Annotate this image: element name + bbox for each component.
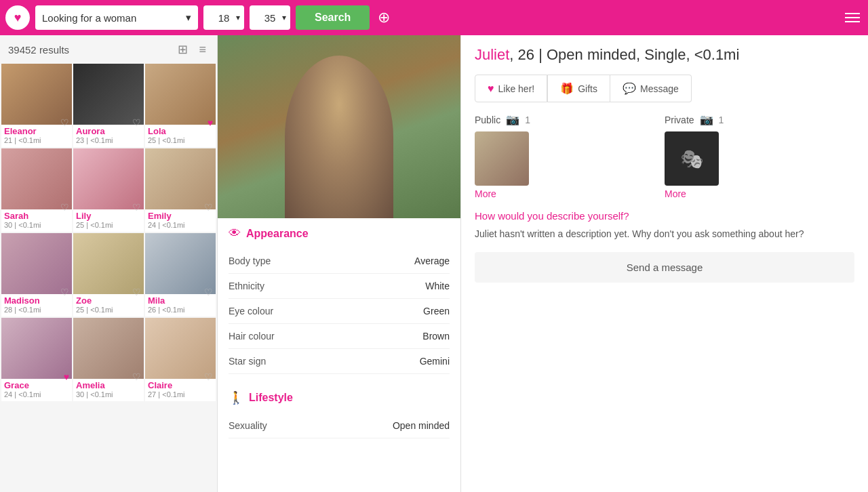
profile-photo-grace [1, 318, 72, 379]
lifestyle-icon: 🚶 [229, 390, 243, 405]
gifts-button[interactable]: 🎁 Gifts [547, 75, 610, 102]
like-icon-filled[interactable]: ♥ [64, 371, 69, 382]
results-bar: 39452 results ⊞ ≡ [0, 35, 217, 64]
list-view-icon[interactable]: ≡ [196, 41, 209, 58]
profile-name: Eleanor [4, 126, 69, 136]
profile-photo-mila [145, 233, 216, 294]
profile-card[interactable]: Eleanor 21 | <0.1mi ♡ [1, 64, 72, 147]
profile-details: 23 | <0.1mi [76, 136, 141, 144]
profile-details: 24 | <0.1mi [148, 221, 213, 229]
profile-full-name: Juliet [475, 46, 509, 63]
action-buttons: ♥ Like her! 🎁 Gifts 💬 Message [475, 75, 854, 102]
profile-name: Emily [148, 211, 213, 221]
like-icon-filled[interactable]: ♥ [208, 117, 213, 128]
private-photo-count: 1 [719, 115, 724, 125]
like-icon[interactable]: ♡ [60, 202, 69, 213]
profile-card[interactable]: Sarah 30 | <0.1mi ♡ [1, 148, 72, 232]
like-icon[interactable]: ♡ [132, 117, 141, 128]
like-icon[interactable]: ♡ [204, 371, 213, 382]
profile-card[interactable]: Amelia 30 | <0.1mi ♡ [73, 318, 144, 401]
zoom-icon[interactable]: ⊕ [378, 9, 390, 26]
profile-main-photo [218, 35, 460, 218]
profile-photo-emily [145, 148, 216, 209]
profile-card[interactable]: Aurora 23 | <0.1mi ♡ [73, 64, 144, 147]
profile-detail-panel: 👁 Appearance Body type Average Ethnicity… [217, 35, 461, 492]
hair-colour-value: Brown [422, 331, 450, 342]
gift-icon: 🎁 [560, 82, 574, 95]
profile-photo-amelia [73, 318, 144, 379]
gifts-btn-label: Gifts [578, 83, 597, 94]
profile-card[interactable]: Lily 25 | <0.1mi ♡ [73, 148, 144, 232]
profile-info: Grace 24 | <0.1mi [1, 379, 72, 401]
profile-name: Grace [4, 380, 69, 390]
profile-details: 28 | <0.1mi [4, 306, 69, 314]
appearance-icon: 👁 [229, 226, 241, 241]
photos-section: Public 📷 1 More Private 📷 1 🎭 [475, 113, 854, 199]
profile-photo-bg [218, 35, 460, 218]
like-button[interactable]: ♥ Like her! [475, 75, 547, 102]
search-type-dropdown[interactable]: Looking for a woman ▾ [35, 5, 198, 30]
public-photo-count: 1 [525, 115, 530, 125]
sexuality-value: Open minded [393, 420, 450, 431]
like-icon[interactable]: ♡ [132, 371, 141, 382]
profile-name: Lola [148, 126, 213, 136]
like-icon[interactable]: ♡ [132, 202, 141, 213]
public-photo-thumb[interactable] [475, 131, 529, 186]
profile-details: 21 | <0.1mi [4, 136, 69, 144]
description-title: How would you describe yourself? [475, 210, 854, 222]
top-nav: ♥ Looking for a woman ▾ 18192025 3035404… [0, 0, 868, 35]
public-more-link[interactable]: More [475, 188, 665, 199]
private-photo-thumb[interactable]: 🎭 [665, 131, 719, 186]
search-type-label: Looking for a woman [42, 12, 136, 24]
body-type-row: Body type Average [229, 249, 450, 274]
profile-details: 27 | <0.1mi [148, 390, 213, 398]
profile-card[interactable]: Madison 28 | <0.1mi ♡ [1, 233, 72, 316]
photos-row: Public 📷 1 More Private 📷 1 🎭 [475, 113, 854, 199]
send-message-button[interactable]: Send a message [475, 252, 854, 283]
star-sign-value: Gemini [420, 356, 450, 367]
public-photos-col: Public 📷 1 More [475, 113, 665, 199]
profile-details: 24 | <0.1mi [4, 390, 69, 398]
profile-name: Claire [148, 380, 213, 390]
chevron-down-icon: ▾ [186, 12, 191, 24]
profile-grid: Eleanor 21 | <0.1mi ♡ Aurora 23 | <0.1mi… [0, 64, 217, 401]
body-type-value: Average [414, 255, 450, 266]
profile-card[interactable]: Lola 25 | <0.1mi ♥ [145, 64, 216, 147]
heart-logo-icon: ♥ [14, 11, 22, 25]
age-min-select[interactable]: 18192025 [203, 5, 244, 30]
profile-card[interactable]: Mila 26 | <0.1mi ♡ [145, 233, 216, 316]
eye-colour-label: Eye colour [229, 306, 273, 316]
profile-name: Amelia [76, 380, 141, 390]
profile-card[interactable]: Emily 24 | <0.1mi ♡ [145, 148, 216, 232]
like-btn-label: Like her! [498, 83, 535, 94]
like-icon[interactable]: ♡ [204, 287, 213, 298]
profile-name: Lily [76, 211, 141, 221]
mask-icon: 🎭 [680, 148, 704, 170]
body-type-label: Body type [229, 255, 271, 266]
like-icon[interactable]: ♡ [132, 287, 141, 298]
app-logo[interactable]: ♥ [5, 5, 30, 30]
age-max-select[interactable]: 30354045 [250, 5, 290, 30]
private-more-link[interactable]: More [665, 188, 854, 199]
message-button[interactable]: 💬 Message [610, 75, 692, 102]
description-text: Juliet hasn't written a description yet.… [475, 227, 854, 241]
profile-name: Zoe [76, 295, 141, 306]
profile-card[interactable]: Grace 24 | <0.1mi ♥ [1, 318, 72, 401]
profile-name: Aurora [76, 126, 141, 136]
menu-icon[interactable] [842, 10, 863, 25]
like-icon[interactable]: ♡ [60, 117, 69, 128]
hair-colour-row: Hair colour Brown [229, 324, 450, 349]
right-info-panel: Juliet, 26 | Open minded, Single, <0.1mi… [461, 35, 868, 492]
left-sidebar: 39452 results ⊞ ≡ Eleanor 21 | <0.1mi ♡ … [0, 35, 217, 492]
grid-view-icon[interactable]: ⊞ [175, 41, 191, 58]
like-icon[interactable]: ♡ [60, 287, 69, 298]
profile-name: Madison [4, 295, 69, 306]
public-photos-label: Public 📷 1 [475, 113, 665, 126]
profile-card[interactable]: Zoe 25 | <0.1mi ♡ [73, 233, 144, 316]
like-icon[interactable]: ♡ [204, 202, 213, 213]
search-button[interactable]: Search [296, 5, 370, 30]
profile-name: Mila [148, 295, 213, 306]
profile-card[interactable]: Claire 27 | <0.1mi ♡ [145, 318, 216, 401]
profile-details: 25 | <0.1mi [148, 136, 213, 144]
like-heart-icon: ♥ [488, 83, 494, 95]
